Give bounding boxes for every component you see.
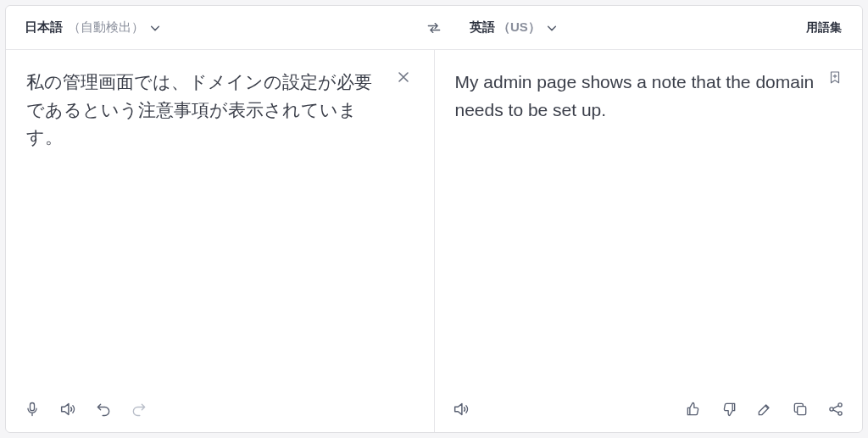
source-text-input[interactable]: 私の管理画面では、ドメインの設定が必要であるという注意事項が表示されています。 xyxy=(6,50,434,390)
header-left: 日本語 （自動検出） xyxy=(6,14,417,41)
target-language-variant: （US） xyxy=(498,19,541,36)
svg-rect-0 xyxy=(31,403,35,411)
source-language-name: 日本語 xyxy=(25,19,63,36)
share-icon xyxy=(827,401,844,418)
header-right: 英語 （US） 用語集 xyxy=(451,14,862,41)
header-center xyxy=(417,14,451,42)
header: 日本語 （自動検出） 英語 （US） xyxy=(6,6,862,50)
redo-button[interactable] xyxy=(128,398,150,420)
share-button[interactable] xyxy=(825,398,847,420)
copy-button[interactable] xyxy=(789,398,811,420)
close-icon xyxy=(397,70,410,84)
play-audio-button[interactable] xyxy=(57,398,79,420)
save-translation-button[interactable] xyxy=(825,67,845,87)
svg-point-3 xyxy=(838,403,842,407)
translator-container: 日本語 （自動検出） 英語 （US） xyxy=(5,5,863,433)
microphone-icon xyxy=(24,401,41,418)
source-language-selector[interactable]: 日本語 （自動検出） xyxy=(18,14,168,41)
thumbs-down-icon xyxy=(721,401,737,418)
edit-icon xyxy=(756,401,773,418)
copy-icon xyxy=(792,401,809,418)
bookmark-icon xyxy=(827,69,843,85)
undo-button[interactable] xyxy=(92,398,114,420)
source-language-detect: （自動検出） xyxy=(68,19,144,36)
chevron-down-icon xyxy=(149,22,161,34)
thumbs-up-button[interactable] xyxy=(682,398,704,420)
microphone-button[interactable] xyxy=(21,398,43,420)
clear-source-button[interactable] xyxy=(393,67,414,87)
svg-rect-1 xyxy=(798,407,806,415)
glossary-button[interactable]: 用語集 xyxy=(798,15,850,41)
target-text-output[interactable]: My admin page shows a note that the doma… xyxy=(435,50,863,390)
target-language-selector[interactable]: 英語 （US） xyxy=(463,14,565,41)
undo-icon xyxy=(95,401,112,418)
edit-button[interactable] xyxy=(754,398,776,420)
body: 私の管理画面では、ドメインの設定が必要であるという注意事項が表示されています。 xyxy=(6,50,862,432)
target-pane: My admin page shows a note that the doma… xyxy=(435,50,863,432)
target-toolbar xyxy=(435,390,863,432)
svg-point-2 xyxy=(830,408,833,411)
source-pane: 私の管理画面では、ドメインの設定が必要であるという注意事項が表示されています。 xyxy=(6,50,435,432)
thumbs-up-icon xyxy=(685,401,702,418)
source-toolbar xyxy=(6,390,434,432)
swap-icon xyxy=(426,19,442,36)
redo-icon xyxy=(131,401,147,418)
thumbs-down-button[interactable] xyxy=(718,398,740,420)
swap-languages-button[interactable] xyxy=(420,14,448,42)
play-audio-button[interactable] xyxy=(450,398,472,420)
chevron-down-icon xyxy=(546,22,558,34)
target-language-name: 英語 xyxy=(470,19,495,36)
speaker-icon xyxy=(58,400,77,419)
svg-point-4 xyxy=(838,412,842,415)
speaker-icon xyxy=(452,400,470,419)
